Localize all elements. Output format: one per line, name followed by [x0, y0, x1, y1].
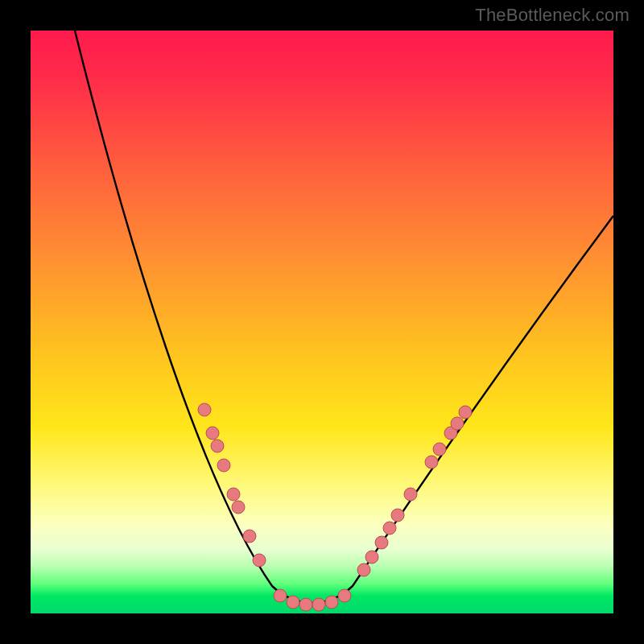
marker-dot: [232, 501, 245, 514]
marker-dot: [404, 488, 417, 501]
marker-dot: [433, 443, 446, 456]
marker-dot: [383, 522, 396, 535]
chart-frame: TheBottleneck.com: [0, 0, 644, 644]
marker-dot: [312, 598, 325, 611]
marker-dot: [375, 536, 388, 549]
marker-dot: [365, 551, 378, 564]
marker-group-right: [357, 406, 472, 576]
marker-dot: [391, 509, 404, 522]
marker-dot: [287, 596, 299, 609]
marker-dot: [299, 598, 312, 611]
marker-dot: [243, 530, 256, 543]
marker-dot: [227, 488, 240, 501]
marker-dot: [198, 403, 211, 416]
marker-dot: [253, 554, 266, 567]
marker-group-bottom: [274, 589, 351, 611]
bottleneck-curve-svg: [31, 31, 613, 613]
marker-dot: [451, 417, 464, 430]
bottleneck-curve: [75, 31, 613, 603]
marker-dot: [357, 564, 370, 576]
marker-group-left: [198, 403, 266, 567]
marker-dot: [217, 459, 230, 472]
marker-dot: [274, 589, 287, 602]
plot-area: [31, 31, 613, 613]
marker-dot: [206, 427, 219, 440]
marker-dot: [325, 596, 338, 609]
watermark-text: TheBottleneck.com: [475, 5, 630, 26]
marker-dot: [425, 456, 438, 469]
marker-dot: [459, 406, 472, 419]
marker-dot: [338, 589, 351, 602]
marker-dot: [211, 440, 224, 452]
